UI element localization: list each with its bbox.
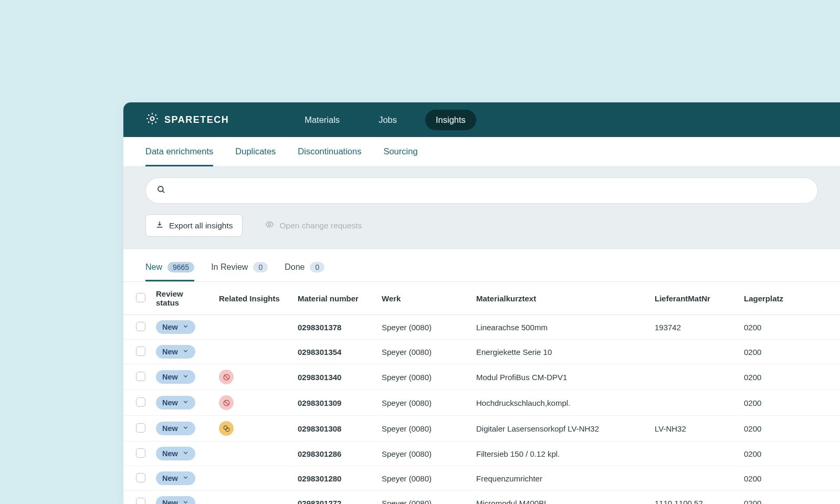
svg-point-2: [269, 223, 271, 225]
chevron-down-icon: [182, 449, 189, 458]
status-chip[interactable]: New: [156, 320, 195, 334]
chevron-down-icon: [182, 424, 189, 433]
cell-related-insights: [214, 466, 292, 491]
nav-jobs[interactable]: Jobs: [368, 110, 407, 130]
status-chip-label: New: [162, 449, 178, 458]
table-row[interactable]: New0298301272Speyer (0080)Micromodul M40…: [123, 491, 840, 505]
search-input[interactable]: [172, 186, 807, 195]
col-werk[interactable]: Werk: [376, 282, 471, 315]
table-row[interactable]: New0298301280Speyer (0080)Frequenzumrich…: [123, 466, 840, 491]
cell-werk: Speyer (0080): [376, 491, 471, 505]
subnav-discontinuations[interactable]: Discontinuations: [298, 137, 361, 166]
table-row[interactable]: New0298301340Speyer (0080)Modul ProfiBus…: [123, 364, 840, 390]
subnav-sourcing[interactable]: Sourcing: [383, 137, 417, 166]
row-checkbox[interactable]: [136, 322, 145, 331]
cell-lagerplatz: 0200: [739, 390, 840, 416]
nav-insights[interactable]: Insights: [425, 110, 476, 130]
status-tab-count: 0: [253, 262, 268, 272]
cell-material-number: 0298301354: [292, 340, 376, 364]
status-chip-label: New: [162, 499, 178, 504]
col-related-insights[interactable]: Related Insights: [214, 282, 292, 315]
export-button[interactable]: Export all insights: [145, 214, 243, 237]
row-checkbox[interactable]: [136, 397, 145, 407]
cell-material-number: 0298301340: [292, 364, 376, 390]
status-chip[interactable]: New: [156, 370, 195, 384]
cell-lieferant: [649, 340, 739, 364]
cell-werk: Speyer (0080): [376, 340, 471, 364]
cell-material-number: 0298301280: [292, 466, 376, 491]
cell-lieferant: [649, 364, 739, 390]
table-header-row: Review status Related Insights Material …: [123, 282, 840, 315]
cell-material-number: 0298301309: [292, 390, 376, 416]
cell-materialkurztext: Energiekette Serie 10: [471, 340, 649, 364]
row-checkbox[interactable]: [136, 372, 145, 381]
col-lieferant[interactable]: LieferantMatNr: [649, 282, 739, 315]
table-row[interactable]: New0298301286Speyer (0080)Filtersieb 150…: [123, 442, 840, 466]
status-chip[interactable]: New: [156, 496, 195, 504]
table-row[interactable]: New0298301308Speyer (0080)Digitaler Lase…: [123, 416, 840, 442]
col-materialkurztext[interactable]: Materialkurztext: [471, 282, 649, 315]
download-icon: [155, 220, 164, 231]
cell-lagerplatz: 0200: [739, 416, 840, 442]
status-tab-count: 9665: [167, 262, 194, 272]
status-chip[interactable]: New: [156, 471, 195, 485]
table-row[interactable]: New0298301378Speyer (0080)Linearachse 50…: [123, 315, 840, 340]
row-checkbox[interactable]: [136, 498, 145, 505]
nav-materials[interactable]: Materials: [294, 110, 350, 130]
cell-related-insights: [214, 416, 292, 442]
status-chip-label: New: [162, 348, 178, 356]
col-review-status[interactable]: Review status: [151, 282, 214, 315]
cell-lieferant: 1110.1100.52: [649, 491, 739, 505]
brand-text: SPARETECH: [164, 114, 229, 125]
status-chip-label: New: [162, 323, 178, 331]
status-chip[interactable]: New: [156, 447, 195, 460]
chevron-down-icon: [182, 348, 189, 356]
svg-point-0: [151, 117, 154, 120]
col-lagerplatz[interactable]: Lagerplatz: [739, 282, 840, 315]
cell-materialkurztext: Micromodul M400BL: [471, 491, 649, 505]
cell-lagerplatz: 0200: [739, 466, 840, 491]
cell-werk: Speyer (0080): [376, 390, 471, 416]
row-checkbox[interactable]: [136, 346, 145, 356]
row-checkbox[interactable]: [136, 473, 145, 482]
status-tab-count: 0: [310, 262, 324, 272]
cell-materialkurztext: Linearachse 500mm: [471, 315, 649, 340]
subnav: Data enrichments Duplicates Discontinuat…: [123, 137, 840, 167]
cell-related-insights: [214, 491, 292, 505]
cell-related-insights: [214, 390, 292, 416]
cell-related-insights: [214, 364, 292, 390]
status-chip-label: New: [162, 474, 178, 482]
status-chip[interactable]: New: [156, 422, 195, 435]
col-material-number[interactable]: Material number: [292, 282, 376, 315]
status-tab-done[interactable]: Done 0: [285, 262, 324, 281]
cell-material-number: 0298301286: [292, 442, 376, 466]
status-chip-label: New: [162, 373, 178, 381]
cell-related-insights: [214, 442, 292, 466]
row-checkbox[interactable]: [136, 448, 145, 458]
open-requests-button[interactable]: Open change requests: [255, 214, 372, 237]
subnav-duplicates[interactable]: Duplicates: [235, 137, 276, 166]
topbar: SPARETECH Materials Jobs Insights: [123, 102, 840, 137]
cell-materialkurztext: Filtersieb 150 / 0.12 kpl.: [471, 442, 649, 466]
table-row[interactable]: New0298301309Speyer (0080)Hochdruckschla…: [123, 390, 840, 416]
select-all-checkbox[interactable]: [136, 293, 145, 302]
gear-icon: [145, 112, 159, 128]
cell-werk: Speyer (0080): [376, 442, 471, 466]
status-chip[interactable]: New: [156, 396, 195, 410]
chevron-down-icon: [182, 398, 189, 407]
search-box[interactable]: [145, 177, 818, 204]
status-chip[interactable]: New: [156, 345, 195, 359]
cell-lieferant: 193742: [649, 315, 739, 340]
table-row[interactable]: New0298301354Speyer (0080)Energiekette S…: [123, 340, 840, 364]
cell-lagerplatz: 0200: [739, 491, 840, 505]
cell-werk: Speyer (0080): [376, 416, 471, 442]
cell-lieferant: [649, 466, 739, 491]
status-tab-new[interactable]: New 9665: [145, 262, 194, 281]
subnav-data-enrichments[interactable]: Data enrichments: [145, 137, 213, 166]
row-checkbox[interactable]: [136, 423, 145, 433]
cell-materialkurztext: Modul ProfiBus CM-DPV1: [471, 364, 649, 390]
cell-werk: Speyer (0080): [376, 364, 471, 390]
status-tab-in-review[interactable]: In Review 0: [211, 262, 268, 281]
ban-icon: [219, 370, 234, 384]
status-chip-label: New: [162, 424, 178, 433]
